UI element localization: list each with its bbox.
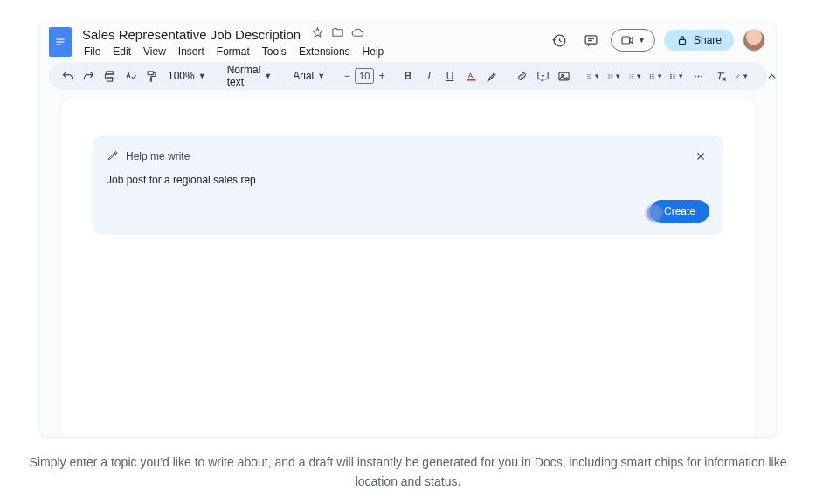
font-size-input[interactable]: 10 [355,68,374,84]
underline-button[interactable]: U [440,66,460,86]
more-options-button[interactable] [688,66,708,86]
svg-point-23 [697,75,699,77]
paint-format-icon[interactable] [142,66,161,86]
svg-point-18 [650,77,651,78]
doc-title[interactable]: Sales Representative Job Description [79,26,304,43]
insert-image-button[interactable] [554,66,573,86]
menu-format[interactable]: Format [211,44,255,59]
history-icon[interactable] [548,29,571,52]
avatar[interactable] [743,29,765,52]
svg-rect-4 [622,37,630,44]
create-button-label: Create [664,205,695,217]
move-icon[interactable] [331,26,344,42]
text-color-button[interactable]: A [461,66,481,86]
zoom-dropdown[interactable]: 100%▼ [163,66,211,86]
svg-point-17 [650,76,651,77]
svg-text:A: A [467,72,473,79]
svg-rect-9 [148,71,153,74]
svg-rect-10 [150,78,151,81]
undo-icon[interactable] [58,66,77,86]
comments-icon[interactable] [579,29,602,52]
star-icon[interactable] [311,26,324,42]
svg-rect-1 [56,41,64,42]
svg-rect-14 [559,72,569,80]
line-spacing-dropdown[interactable]: ▼ [605,66,624,86]
svg-rect-0 [56,39,64,40]
share-button[interactable]: Share [664,30,734,51]
menubar: File Edit View Insert Format Tools Exten… [79,44,548,59]
help-me-write-title: Help me write [126,150,190,162]
print-icon[interactable] [100,66,119,86]
numbered-list-dropdown[interactable]: 123▼ [667,66,687,86]
font-family-dropdown[interactable]: Arial▼ [287,66,330,86]
cursor-indicator-icon [647,205,662,221]
svg-point-16 [650,74,651,75]
svg-point-22 [694,75,695,77]
insert-comment-button[interactable] [533,66,552,86]
close-button[interactable] [692,148,709,165]
svg-text:3: 3 [671,76,672,78]
italic-button[interactable]: I [419,66,439,86]
insert-link-button[interactable] [512,66,531,86]
document-canvas[interactable]: Help me write Job post for a regional sa… [61,100,755,437]
cloud-status-icon[interactable] [351,26,364,42]
app-window: Sales Representative Job Description Fil… [40,20,776,437]
pencil-sparkle-icon [107,149,119,164]
meet-button[interactable]: ▼ [611,29,655,52]
svg-rect-12 [467,79,475,80]
svg-rect-3 [585,35,597,43]
caption-text: Simply enter a topic you’d like to write… [27,452,789,492]
menu-insert[interactable]: Insert [173,44,210,59]
bold-button[interactable]: B [398,66,418,86]
header-right-controls: ▼ Share [548,29,765,52]
docs-logo-icon[interactable] [49,27,72,57]
font-size-increase-button[interactable]: + [376,70,388,82]
collapse-toolbar-button[interactable] [762,66,776,86]
titlebar: Sales Representative Job Description Fil… [40,20,776,59]
bullet-list-dropdown[interactable]: ▼ [647,66,666,86]
menu-tools[interactable]: Tools [257,44,292,59]
font-size-decrease-button[interactable]: − [341,70,353,82]
redo-icon[interactable] [79,66,98,86]
toolbar: 100%▼ Normal text▼ Arial▼ − 10 + B I U A… [49,62,767,90]
help-me-write-panel: Help me write Job post for a regional sa… [93,135,723,235]
menu-view[interactable]: View [138,44,171,59]
menu-file[interactable]: File [79,44,106,59]
svg-rect-8 [107,77,112,80]
create-button[interactable]: Create [650,200,709,223]
align-dropdown[interactable]: ▼ [584,66,603,86]
paragraph-style-dropdown[interactable]: Normal text▼ [222,66,278,86]
menu-edit[interactable]: Edit [107,44,136,59]
share-button-label: Share [694,34,722,46]
svg-rect-5 [679,39,685,44]
menu-help[interactable]: Help [357,44,390,59]
clear-formatting-button[interactable] [711,66,730,86]
svg-point-24 [701,75,702,77]
spellcheck-icon[interactable] [121,66,140,86]
prompt-input[interactable]: Job post for a regional sales rep [107,172,709,188]
highlight-button[interactable] [482,66,501,86]
menu-extensions[interactable]: Extensions [294,44,356,59]
title-group: Sales Representative Job Description Fil… [79,25,548,59]
checklist-dropdown[interactable]: ▼ [626,66,645,86]
editing-mode-dropdown[interactable]: ▼ [732,66,751,86]
svg-rect-2 [56,44,61,45]
